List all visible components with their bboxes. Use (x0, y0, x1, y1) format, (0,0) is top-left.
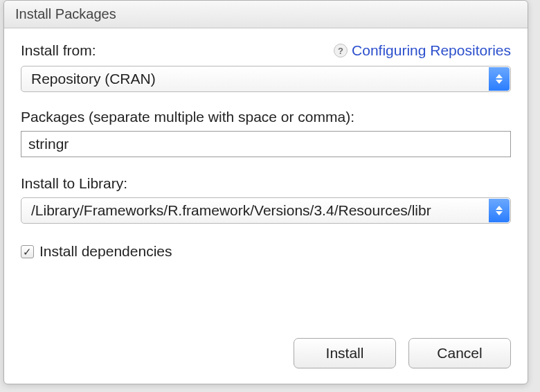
install-to-label: Install to Library: (21, 175, 511, 192)
checkmark-icon: ✓ (23, 247, 32, 257)
chevron-up-icon (496, 74, 503, 78)
select-arrows-icon (489, 199, 510, 222)
dialog-titlebar: Install Packages (4, 1, 528, 28)
install-from-row: Install from: ? Configuring Repositories (21, 42, 511, 59)
install-dependencies-label: Install dependencies (39, 243, 172, 260)
cancel-button[interactable]: Cancel (408, 338, 511, 368)
install-from-value: Repository (CRAN) (31, 71, 156, 87)
install-to-select[interactable]: /Library/Frameworks/R.framework/Versions… (21, 197, 511, 224)
chevron-up-icon (496, 206, 503, 210)
chevron-down-icon (496, 211, 503, 215)
packages-label: Packages (separate multiple with space o… (21, 109, 511, 125)
dialog-title: Install Packages (15, 6, 116, 21)
install-to-value: /Library/Frameworks/R.framework/Versions… (31, 202, 431, 219)
install-from-label: Install from: (21, 42, 96, 59)
packages-input[interactable] (21, 131, 511, 157)
install-from-select-wrap: Repository (CRAN) (21, 66, 511, 92)
button-row: Install Cancel (4, 326, 528, 384)
configuring-repositories-link[interactable]: Configuring Repositories (352, 42, 511, 59)
dialog-content: Install from: ? Configuring Repositories… (4, 28, 528, 326)
install-dependencies-checkbox[interactable]: ✓ (21, 245, 34, 258)
install-to-select-wrap: /Library/Frameworks/R.framework/Versions… (21, 197, 511, 224)
help-icon[interactable]: ? (334, 44, 348, 57)
install-from-select[interactable]: Repository (CRAN) (21, 66, 511, 92)
install-packages-dialog: Install Packages Install from: ? Configu… (3, 0, 528, 384)
chevron-down-icon (496, 80, 503, 84)
select-arrows-icon (489, 67, 510, 91)
help-group: ? Configuring Repositories (334, 42, 511, 59)
install-button[interactable]: Install (294, 338, 396, 368)
dependencies-row: ✓ Install dependencies (21, 243, 511, 260)
